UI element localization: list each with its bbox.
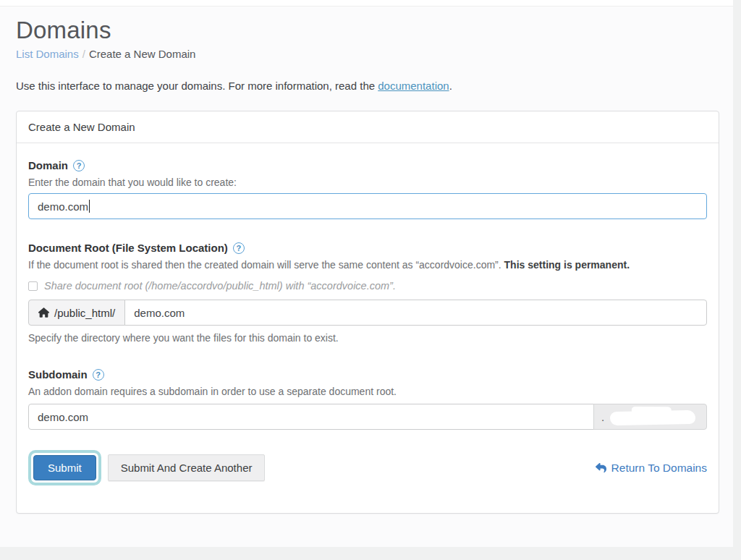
breadcrumb-current: Create a New Domain	[89, 48, 196, 60]
submit-highlight-ring: Submit	[28, 450, 101, 485]
share-docroot-label: Share document root (/home/accordvo/publ…	[44, 280, 396, 292]
domain-field-group: Domain ? Enter the domain that you would…	[28, 159, 707, 219]
subdomain-help-icon[interactable]: ?	[93, 369, 104, 381]
docroot-label: Document Root (File System Location)	[28, 242, 228, 254]
domain-help-icon[interactable]: ?	[73, 160, 85, 171]
subdomain-input[interactable]: demo.com	[28, 404, 594, 430]
domain-label-row: Domain ?	[28, 159, 707, 171]
intro-text-after: .	[449, 80, 452, 92]
page-right-gutter	[733, 0, 741, 560]
breadcrumb-separator: /	[82, 48, 85, 60]
actions-row: Submit Submit And Create Another Return …	[28, 450, 707, 485]
subdomain-suffix-addon: .	[593, 404, 707, 430]
docroot-prefix-addon: /public_html/	[28, 300, 125, 326]
docroot-description-normal: If the document root is shared then the …	[28, 259, 504, 271]
home-icon	[38, 307, 49, 318]
docroot-description-bold: This setting is permanent.	[504, 259, 630, 271]
submit-and-create-another-button[interactable]: Submit And Create Another	[108, 454, 266, 481]
docroot-prefix-label: /public_html/	[54, 307, 115, 319]
docroot-input-value: demo.com	[134, 307, 185, 319]
subdomain-label: Subdomain	[28, 368, 88, 381]
subdomain-label-row: Subdomain ?	[28, 368, 707, 381]
docroot-helper-text: Specify the directory where you want the…	[28, 332, 707, 344]
return-to-domains-link[interactable]: Return To Domains	[596, 462, 707, 475]
docroot-label-row: Document Root (File System Location) ?	[28, 242, 707, 254]
docroot-input-group: /public_html/ demo.com	[28, 300, 707, 326]
domain-input-value: demo.com	[38, 200, 88, 213]
subdomain-helper-text: An addon domain requires a subdomain in …	[28, 386, 707, 397]
page-bottom-gutter	[0, 547, 741, 560]
subdomain-input-value: demo.com	[38, 411, 88, 423]
domain-input[interactable]: demo.com	[28, 193, 707, 219]
share-docroot-checkbox[interactable]	[28, 281, 38, 291]
docroot-field-group: Document Root (File System Location) ? I…	[28, 242, 707, 344]
page-title: Domains	[16, 17, 719, 44]
intro-text-before: Use this interface to manage your domain…	[16, 80, 378, 92]
breadcrumb-link-list-domains[interactable]: List Domains	[16, 48, 79, 60]
domains-page: Domains List Domains/Create a New Domain…	[0, 0, 741, 560]
return-to-domains-label: Return To Domains	[611, 462, 707, 475]
reply-arrow-icon	[596, 462, 606, 473]
docroot-help-icon[interactable]: ?	[233, 242, 245, 254]
submit-button[interactable]: Submit	[33, 455, 96, 480]
domain-helper-text: Enter the domain that you would like to …	[28, 177, 707, 188]
page-top-border	[0, 0, 741, 7]
redaction-blob	[610, 410, 695, 425]
text-cursor	[89, 200, 90, 213]
subdomain-input-group: demo.com .	[28, 404, 707, 430]
subdomain-field-group: Subdomain ? An addon domain requires a s…	[28, 368, 707, 430]
panel-header: Create a New Domain	[17, 111, 719, 143]
documentation-link[interactable]: documentation	[378, 80, 449, 92]
subdomain-suffix-dot: .	[601, 411, 604, 423]
docroot-description: If the document root is shared then the …	[28, 259, 707, 271]
create-domain-panel: Create a New Domain Domain ? Enter the d…	[16, 111, 719, 514]
share-docroot-row[interactable]: Share document root (/home/accordvo/publ…	[28, 280, 707, 292]
docroot-input[interactable]: demo.com	[124, 300, 707, 326]
breadcrumb: List Domains/Create a New Domain	[16, 48, 719, 60]
intro-text: Use this interface to manage your domain…	[16, 80, 719, 92]
domain-label: Domain	[28, 159, 68, 171]
